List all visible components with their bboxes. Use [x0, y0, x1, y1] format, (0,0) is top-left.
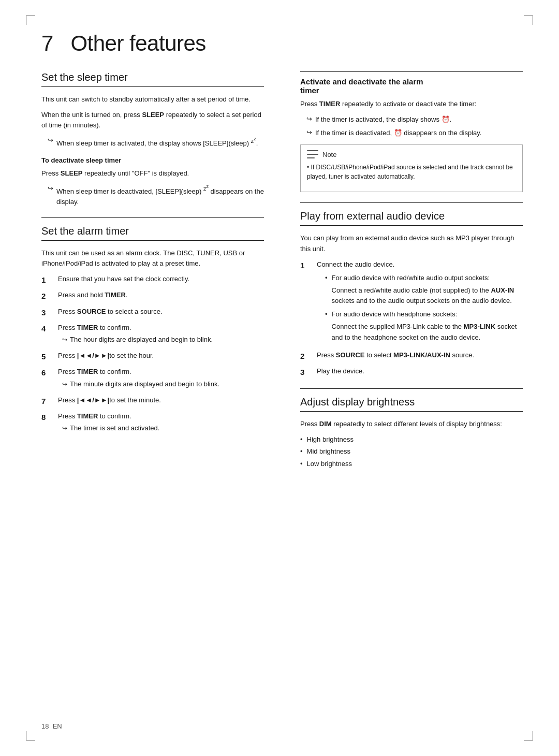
step-num-6: 6: [41, 367, 54, 379]
step-1-text: Ensure that you have set the clock corre…: [58, 274, 264, 284]
alarm-timer-heading: Set the alarm timer: [41, 225, 264, 241]
note-label: Note: [322, 151, 336, 158]
play-step-num-1: 1: [300, 259, 313, 271]
activate-arrow1: ↪ If the timer is activated, the display…: [300, 114, 523, 125]
main-content: 7 Other features Set the sleep timer Thi…: [41, 31, 523, 471]
sleep-timer-sleep-bold: SLEEP: [142, 111, 164, 119]
sleep-timer-deactivate-arrow: ↪ When sleep timer is deactivated, [SLEE…: [41, 184, 264, 207]
sub-bullet-2: For audio device with headphone sockets:…: [325, 309, 523, 342]
divider-right-2: [300, 388, 523, 389]
deactivate-heading: To deactivate sleep timer: [41, 156, 264, 164]
step-3-text: Press SOURCE to select a source.: [58, 307, 264, 317]
note-text: • If DISC/USB/iPhone/iPod/iPad source is…: [307, 163, 516, 181]
brightness-high: High brightness: [300, 434, 523, 445]
play-external-heading: Play from external audio device: [300, 210, 523, 226]
play-step-2: 2 Press SOURCE to select MP3-LINK/AUX-IN…: [300, 350, 523, 362]
arrow-icon-1: ↪: [48, 136, 53, 144]
step-6-sub-arrow: ↪ The minute digits are displayed and be…: [58, 379, 264, 389]
activate-alarm-heading: Activate and deactivate the alarm timer: [300, 77, 523, 95]
alarm-step-1: 1 Ensure that you have set the clock cor…: [41, 274, 264, 286]
sub-bullet-2-content: For audio device with headphone sockets:…: [332, 309, 523, 342]
deactivate-para: Press SLEEP repeatedly until "OFF" is di…: [41, 168, 264, 179]
alarm-step-7: 7 Press |◄◄/►►|to set the minute.: [41, 395, 264, 407]
corner-mark-tr: [524, 16, 533, 25]
play-external-para: You can play from an external audio devi…: [300, 233, 523, 254]
deactivate-sleep-symbol: zz: [203, 185, 209, 192]
deactivate-para-suffix: repeatedly until "OFF" is displayed.: [82, 169, 189, 177]
corner-mark-bl: [26, 731, 35, 740]
step-num-3: 3: [41, 307, 54, 318]
arrow-icon-2: ↪: [48, 184, 53, 192]
alarm-symbol-1: ⏰: [442, 115, 450, 123]
play-step-num-2: 2: [300, 350, 313, 362]
note-icon: [307, 150, 318, 158]
deactivate-para-prefix: Press: [41, 169, 61, 177]
step-4-sub-arrow: ↪ The hour digits are displayed and begi…: [58, 335, 264, 345]
sleep-timer-arrow1-text: When sleep timer is activated, the displ…: [56, 136, 258, 149]
activate-alarm-para: Press TIMER repeatedly to activate or de…: [300, 99, 523, 109]
play-step-3: 3 Play the device.: [300, 366, 523, 378]
brightness-low-text: Low brightness: [307, 459, 352, 469]
play-external-section: Play from external audio device You can …: [300, 210, 523, 378]
brightness-mid: Mid brightness: [300, 446, 523, 457]
page-footer: 18 EN: [41, 722, 62, 730]
arrow-icon-6: ↪: [306, 115, 312, 123]
divider-1: [41, 217, 264, 218]
step5-bold: |◄◄/►►|: [77, 352, 109, 359]
activate-alarm-section: Activate and deactivate the alarm timer …: [300, 71, 523, 192]
step-8-text: Press TIMER to confirm. ↪ The timer is s…: [58, 411, 264, 435]
right-top-line: [300, 71, 523, 72]
alarm-symbol-2: ⏰: [394, 129, 402, 137]
play-step-2-content: Press SOURCE to select MP3-LINK/AUX-IN s…: [317, 350, 523, 360]
sleep-timer-para2: When the unit is turned on, press SLEEP …: [41, 110, 264, 130]
alarm-step-8: 8 Press TIMER to confirm. ↪ The timer is…: [41, 411, 264, 435]
step-num-8: 8: [41, 411, 54, 423]
sub-bullet-1-label: For audio device with red/white audio ou…: [332, 274, 490, 282]
play-step-1-content: Connect the audio device. For audio devi…: [317, 259, 523, 346]
step-num-2: 2: [41, 290, 54, 302]
deactivate-sleep-bold: SLEEP: [61, 169, 83, 177]
alarm-timer-para1: This unit can be used as an alarm clock.…: [41, 248, 264, 269]
left-column: Set the sleep timer This unit can switch…: [41, 71, 269, 471]
chapter-title-text: Other features: [70, 31, 205, 55]
brightness-section: Adjust display brightness Press DIM repe…: [300, 396, 523, 469]
play-step-num-3: 3: [300, 366, 313, 378]
activate-arrow1-text: If the timer is activated, the display s…: [315, 114, 451, 125]
sub-bullet-1-content: For audio device with red/white audio ou…: [332, 273, 523, 306]
step-num-7: 7: [41, 395, 54, 407]
alarm-step-6: 6 Press TIMER to confirm. ↪ The minute d…: [41, 367, 264, 390]
corner-mark-br: [524, 731, 533, 740]
step-num-5: 5: [41, 351, 54, 362]
page: 7 Other features Set the sleep timer Thi…: [0, 0, 559, 756]
brightness-high-text: High brightness: [307, 434, 354, 445]
play-step-3-content: Play the device.: [317, 366, 523, 376]
play-external-steps: 1 Connect the audio device. For audio de…: [300, 259, 523, 378]
arrow-icon-5: ↪: [62, 424, 67, 433]
alarm-timer-steps: 1 Ensure that you have set the clock cor…: [41, 274, 264, 435]
brightness-list: High brightness Mid brightness Low brigh…: [300, 434, 523, 469]
sub-bullet-1: For audio device with red/white audio ou…: [325, 273, 523, 306]
step-8-sub-arrow: ↪ The timer is set and activated.: [58, 423, 264, 433]
footer-page-number: 18: [41, 722, 49, 730]
brightness-para: Press DIM repeatedly to select different…: [300, 419, 523, 429]
chapter-number: 7: [41, 31, 53, 55]
step-num-1: 1: [41, 274, 54, 286]
sub-bullet-1-subtext: Connect a red/white audio cable (not sup…: [332, 285, 523, 306]
brightness-low: Low brightness: [300, 459, 523, 469]
divider-right-1: [300, 202, 523, 203]
arrow-icon-4: ↪: [62, 380, 67, 389]
step7-bold: |◄◄/►►|: [77, 396, 109, 404]
note-box: Note • If DISC/USB/iPhone/iPod/iPad sour…: [300, 144, 523, 192]
step-7-text: Press |◄◄/►►|to set the minute.: [58, 395, 264, 405]
sleep-timer-section: Set the sleep timer This unit can switch…: [41, 71, 264, 207]
alarm-step-5: 5 Press |◄◄/►►|to set the hour.: [41, 351, 264, 362]
arrow-icon-3: ↪: [62, 335, 67, 345]
play-step-1-sub-bullets: For audio device with red/white audio ou…: [317, 273, 523, 343]
sleep-symbol: zz: [251, 138, 256, 144]
sub-bullet-2-subtext: Connect the supplied MP3-Link cable to t…: [332, 322, 523, 342]
alarm-step-3: 3 Press SOURCE to select a source.: [41, 307, 264, 318]
play-step-1: 1 Connect the audio device. For audio de…: [300, 259, 523, 346]
brightness-mid-text: Mid brightness: [307, 446, 351, 457]
sleep-timer-para1: This unit can switch to standby automati…: [41, 94, 264, 105]
step-5-text: Press |◄◄/►►|to set the hour.: [58, 351, 264, 361]
